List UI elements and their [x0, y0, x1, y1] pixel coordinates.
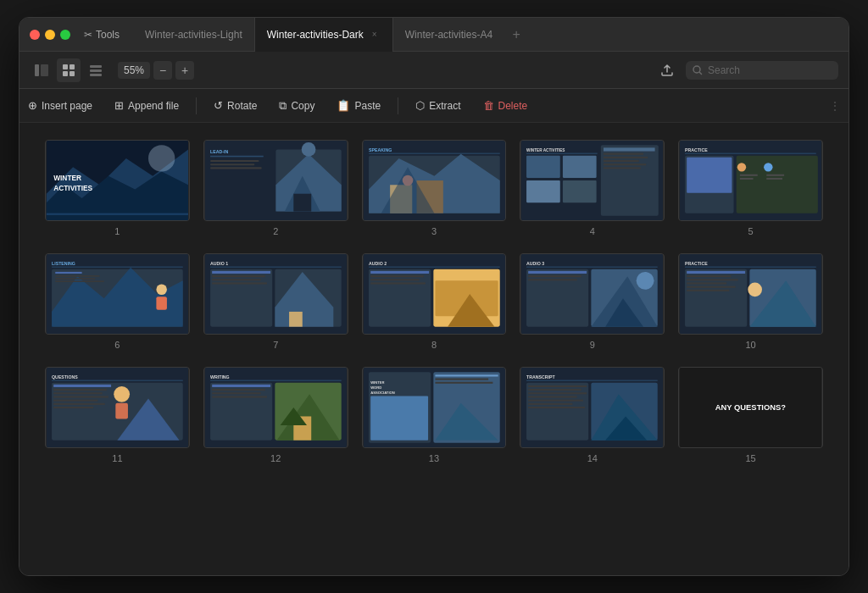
slide-number-2: 2: [273, 226, 278, 236]
tab-light[interactable]: Winter-activities-Light: [133, 18, 254, 52]
tab-a4[interactable]: Winter-activities-A4: [393, 18, 504, 52]
fullscreen-button[interactable]: [60, 30, 70, 40]
svg-text:ACTIVITIES: ACTIVITIES: [53, 184, 92, 192]
slide-item[interactable]: WINTER ACTIVITIES: [520, 140, 665, 236]
slide-item[interactable]: AUDIO 3 9: [520, 253, 665, 350]
share-button[interactable]: [655, 58, 679, 82]
slide-number-10: 10: [745, 340, 755, 350]
svg-rect-49: [604, 163, 646, 165]
svg-rect-6: [90, 65, 102, 68]
slide-item[interactable]: LEAD-IN 2: [203, 140, 348, 236]
insert-page-button[interactable]: ⊕ Insert page: [19, 95, 101, 116]
slide-item[interactable]: LISTENING 6: [45, 253, 190, 350]
close-button[interactable]: [30, 30, 40, 40]
separator-1: [196, 97, 197, 114]
slides-container[interactable]: WINTER ACTIVITIES 1 LEAD-IN: [19, 123, 849, 575]
svg-rect-136: [210, 380, 342, 381]
grid-view-button[interactable]: [57, 58, 81, 82]
slide-item[interactable]: ANY QUESTIONS? 15: [678, 367, 823, 463]
slide-thumb-2[interactable]: LEAD-IN: [203, 140, 348, 221]
svg-rect-124: [53, 385, 111, 387]
slide-thumb-5[interactable]: PRACTICE: [678, 140, 823, 221]
svg-rect-7: [90, 69, 102, 72]
slide-item[interactable]: SPEAKING 3: [362, 140, 507, 236]
svg-rect-47: [604, 157, 648, 158]
svg-rect-77: [210, 269, 272, 327]
tab-close-dark[interactable]: ×: [369, 29, 381, 41]
svg-rect-26: [293, 194, 311, 212]
svg-rect-71: [55, 280, 103, 282]
slide-item[interactable]: PRACTICE 5: [678, 140, 823, 236]
slide-item[interactable]: TRANSCRIPT 14: [520, 367, 665, 463]
svg-rect-140: [212, 389, 265, 391]
slide-thumb-10[interactable]: PRACTICE: [678, 253, 823, 335]
svg-rect-45: [604, 147, 655, 151]
svg-rect-73: [156, 296, 167, 310]
svg-point-57: [737, 163, 746, 171]
svg-rect-166: [529, 400, 584, 402]
svg-rect-160: [526, 383, 588, 441]
rotate-button[interactable]: ↺ Rotate: [205, 95, 265, 116]
slide-number-4: 4: [590, 226, 595, 236]
svg-rect-61: [766, 175, 784, 176]
slide-item[interactable]: PRACTICE 10: [678, 253, 823, 350]
more-options-button[interactable]: ⋮: [821, 96, 849, 116]
minimize-button[interactable]: [45, 30, 55, 40]
tools-menu[interactable]: ✂ Tools: [84, 29, 120, 41]
delete-button[interactable]: 🗑 Delete: [475, 95, 537, 116]
svg-rect-42: [563, 156, 597, 178]
slide-thumb-14[interactable]: TRANSCRIPT: [520, 367, 665, 448]
svg-rect-59: [740, 178, 754, 180]
slide-thumb-7[interactable]: AUDIO 1: [203, 253, 348, 335]
slide-item[interactable]: WINTER ACTIVITIES 1: [45, 140, 190, 236]
svg-rect-164: [529, 392, 587, 394]
slide-thumb-9[interactable]: AUDIO 3: [520, 253, 665, 335]
delete-icon: 🗑: [483, 99, 494, 112]
sidebar-toggle-button[interactable]: [30, 58, 53, 82]
copy-button[interactable]: ⧉ Copy: [270, 95, 323, 117]
slide-thumb-11[interactable]: QUESTIONS: [45, 367, 190, 448]
search-box[interactable]: [686, 61, 838, 80]
slide-thumb-4[interactable]: WINTER ACTIVITIES: [520, 140, 665, 221]
slide-thumb-6[interactable]: LISTENING: [45, 253, 190, 335]
svg-text:ANY QUESTIONS?: ANY QUESTIONS?: [715, 402, 787, 412]
zoom-decrease-button[interactable]: −: [153, 61, 172, 80]
paste-button[interactable]: 📋 Paste: [328, 95, 389, 116]
svg-rect-58: [740, 175, 758, 176]
tab-dark[interactable]: Winter-activities-Dark ×: [254, 18, 393, 52]
slide-item[interactable]: WINTER WORD ASSOCIATION 13: [362, 367, 507, 463]
search-icon: [693, 65, 703, 75]
svg-rect-44: [563, 180, 597, 202]
slide-item[interactable]: WRITING 12: [203, 367, 348, 463]
svg-rect-168: [529, 407, 586, 408]
search-input[interactable]: [708, 64, 826, 76]
svg-text:WINTER: WINTER: [370, 380, 384, 385]
append-file-button[interactable]: ⊞ Append file: [106, 95, 187, 116]
svg-point-132: [114, 386, 130, 402]
slide-thumb-1[interactable]: WINTER ACTIVITIES: [45, 140, 190, 221]
svg-rect-55: [737, 156, 818, 213]
extract-button[interactable]: ⬡ Extract: [407, 95, 469, 116]
slide-thumb-3[interactable]: SPEAKING: [362, 140, 507, 221]
slide-item[interactable]: AUDIO 2 8: [362, 253, 507, 350]
svg-point-13: [148, 145, 175, 171]
add-tab-button[interactable]: +: [504, 23, 528, 47]
slide-item[interactable]: QUESTIONS 11: [45, 367, 190, 463]
svg-rect-30: [369, 153, 500, 154]
slide-thumb-8[interactable]: AUDIO 2: [362, 253, 507, 335]
slide-item[interactable]: AUDIO 1 7: [203, 253, 348, 350]
slide-thumb-13[interactable]: WINTER WORD ASSOCIATION: [362, 367, 507, 448]
slide-number-11: 11: [112, 453, 122, 463]
slide-thumb-12[interactable]: WRITING: [203, 367, 348, 448]
zoom-value[interactable]: 55%: [118, 62, 150, 79]
svg-rect-117: [687, 290, 729, 291]
append-icon: ⊞: [114, 99, 124, 112]
svg-rect-76: [210, 267, 342, 268]
svg-rect-50: [604, 167, 641, 169]
svg-rect-56: [687, 158, 732, 193]
zoom-increase-button[interactable]: +: [175, 61, 194, 80]
list-view-button[interactable]: [84, 58, 108, 82]
slide-thumb-15[interactable]: ANY QUESTIONS?: [678, 367, 823, 448]
svg-text:TRANSCRIPT: TRANSCRIPT: [526, 374, 555, 380]
svg-rect-43: [526, 180, 560, 202]
